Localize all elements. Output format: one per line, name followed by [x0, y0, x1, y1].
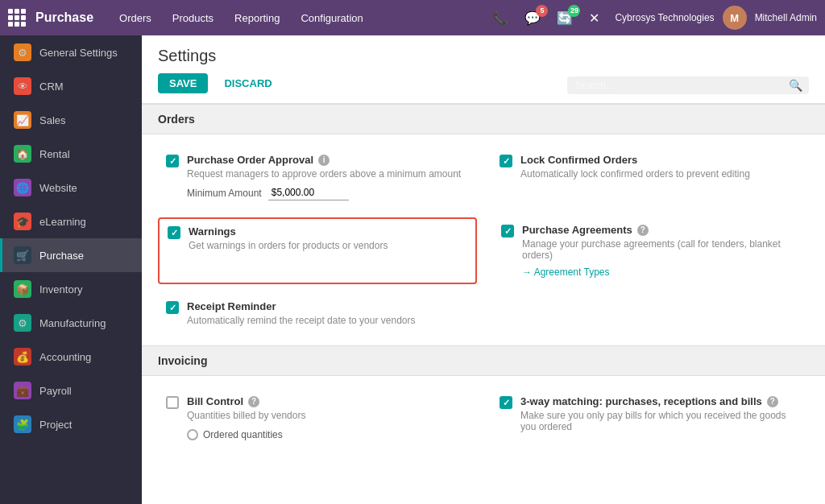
purchase-order-approval-item: Purchase Order Approval i Request manage… [158, 147, 475, 208]
warnings-content: Warnings Get warnings in orders for prod… [189, 225, 467, 251]
app-grid-icon[interactable] [8, 9, 26, 27]
lock-confirmed-orders-checkbox[interactable] [500, 155, 512, 167]
inventory-icon: 📦 [14, 280, 31, 298]
lock-confirmed-orders-desc: Automatically lock confirmed orders to p… [520, 168, 801, 180]
sidebar-item-sales[interactable]: 📈 Sales [0, 103, 142, 137]
sidebar-label-rental: Rental [39, 148, 70, 160]
navbar-reporting[interactable]: Reporting [225, 8, 289, 28]
sidebar-item-purchase[interactable]: 🛒 Purchase [0, 238, 142, 272]
purchase-order-approval-checkbox[interactable] [166, 155, 179, 167]
orders-row-1: Purchase Order Approval i Request manage… [158, 143, 809, 213]
lock-confirmed-orders-content: Lock Confirmed Orders Automatically lock… [520, 154, 801, 180]
company-name: Cybrosys Technologies [615, 12, 714, 23]
ordered-quantities-radio-btn[interactable] [187, 429, 198, 440]
phone-icon[interactable]: 📞 [488, 8, 512, 28]
sidebar-item-website[interactable]: 🌐 Website [0, 171, 142, 204]
sidebar-item-elearning[interactable]: 🎓 eLearning [0, 204, 142, 238]
manufacturing-icon: ⚙ [14, 314, 31, 332]
search-icon: 🔍 [789, 79, 802, 92]
sidebar-item-project[interactable]: 🧩 Project [0, 407, 142, 441]
page-header: Settings SAVE DISCARD 🔍 [142, 35, 825, 104]
purchase-agreements-help-icon: ? [637, 225, 649, 236]
settings-body: Orders Purchase Order Approval i Request… [142, 104, 825, 463]
receipt-reminder-title: Receipt Reminder [187, 300, 467, 312]
chat-icon[interactable]: 💬 5 [520, 8, 545, 28]
sidebar-label-website: Website [39, 182, 77, 194]
sidebar: ⚙ General Settings 👁 CRM 📈 Sales 🏠 Renta… [0, 35, 142, 504]
website-icon: 🌐 [14, 179, 31, 196]
lock-confirmed-orders-title: Lock Confirmed Orders [520, 154, 801, 166]
sidebar-label-accounting: Accounting [39, 351, 91, 363]
sidebar-item-crm[interactable]: 👁 CRM [0, 69, 142, 103]
warnings-item: Warnings Get warnings in orders for prod… [158, 217, 477, 284]
close-icon[interactable]: ✕ [585, 8, 603, 28]
avatar[interactable]: M [723, 6, 747, 30]
navbar-orders[interactable]: Orders [110, 8, 161, 28]
navbar-products[interactable]: Products [163, 8, 223, 28]
layout: ⚙ General Settings 👁 CRM 📈 Sales 🏠 Renta… [0, 35, 825, 504]
bill-control-checkbox[interactable] [166, 396, 179, 409]
minimum-amount-label: Minimum Amount [187, 184, 268, 201]
purchase-agreements-item: Purchase Agreements ? Manage your purcha… [493, 217, 809, 284]
ordered-quantities-label: Ordered quantities [203, 429, 283, 440]
sidebar-label-crm: CRM [39, 81, 64, 93]
sales-icon: 📈 [14, 111, 31, 129]
purchase-order-approval-desc: Request managers to approve orders above… [187, 168, 467, 180]
orders-row-2: Warnings Get warnings in orders for prod… [158, 213, 809, 289]
three-way-matching-checkbox[interactable] [500, 396, 512, 409]
main-content: Settings SAVE DISCARD 🔍 Orders [142, 35, 825, 504]
receipt-reminder-item: Receipt Reminder Automatically remind th… [158, 294, 475, 333]
discard-button[interactable]: DISCARD [213, 73, 283, 93]
sidebar-label-payroll: Payroll [39, 385, 72, 397]
receipt-reminder-desc: Automatically remind the receipt date to… [187, 315, 467, 326]
purchase-icon: 🛒 [14, 246, 31, 264]
sidebar-item-manufacturing[interactable]: ⚙ Manufacturing [0, 306, 142, 340]
sidebar-item-accounting[interactable]: 💰 Accounting [0, 340, 142, 374]
page-title: Settings [158, 47, 809, 65]
sidebar-item-rental[interactable]: 🏠 Rental [0, 137, 142, 171]
invoicing-section-body: Bill Control ? Quantities billed by vend… [142, 376, 825, 463]
invoicing-row-1: Bill Control ? Quantities billed by vend… [158, 384, 809, 455]
bill-control-title: Bill Control ? [187, 395, 467, 407]
agreement-types-link[interactable]: Agreement Types [522, 266, 610, 278]
bill-control-desc: Quantities billed by vendors [187, 410, 467, 421]
navbar-brand[interactable]: Purchase [35, 10, 93, 25]
elearning-icon: 🎓 [14, 213, 31, 230]
warnings-title: Warnings [189, 225, 467, 238]
refresh-badge: 29 [568, 5, 580, 17]
orders-section-body: Purchase Order Approval i Request manage… [142, 134, 825, 345]
navbar-menu: Orders Products Reporting Configuration [110, 8, 483, 28]
sidebar-label-sales: Sales [39, 114, 66, 126]
three-way-matching-content: 3-way matching: purchases, receptions an… [520, 395, 801, 432]
purchase-agreements-desc: Manage your purchase agreements (call fo… [522, 238, 801, 261]
bill-control-item: Bill Control ? Quantities billed by vend… [158, 389, 475, 450]
navbar-configuration[interactable]: Configuration [291, 8, 372, 28]
purchase-order-approval-title: Purchase Order Approval i [187, 154, 467, 166]
ordered-quantities-radio[interactable]: Ordered quantities [187, 426, 467, 444]
sidebar-item-inventory[interactable]: 📦 Inventory [0, 272, 142, 306]
minimum-amount-input[interactable] [268, 185, 349, 200]
sidebar-item-payroll[interactable]: 💼 Payroll [0, 374, 142, 407]
bill-control-help-icon: ? [248, 396, 259, 407]
sidebar-label-elearning: eLearning [39, 216, 86, 228]
project-icon: 🧩 [14, 415, 31, 433]
lock-confirmed-orders-item: Lock Confirmed Orders Automatically lock… [491, 147, 809, 208]
refresh-icon[interactable]: 🔄 29 [553, 8, 577, 28]
sidebar-item-general-settings[interactable]: ⚙ General Settings [0, 35, 142, 69]
chat-badge: 5 [536, 5, 548, 17]
crm-icon: 👁 [14, 77, 31, 95]
purchase-order-approval-content: Purchase Order Approval i Request manage… [187, 154, 467, 201]
warnings-checkbox[interactable] [168, 226, 180, 239]
payroll-icon: 💼 [14, 382, 31, 399]
warnings-desc: Get warnings in orders for products or v… [189, 240, 467, 251]
accounting-icon: 💰 [14, 348, 31, 366]
search-input[interactable] [567, 76, 809, 94]
purchase-order-approval-info-icon: i [318, 155, 330, 166]
bill-control-content: Bill Control ? Quantities billed by vend… [187, 395, 467, 444]
orders-section-header: Orders [142, 104, 825, 134]
purchase-agreements-checkbox[interactable] [501, 225, 514, 238]
receipt-reminder-checkbox[interactable] [166, 301, 179, 314]
save-button[interactable]: SAVE [158, 73, 208, 93]
sidebar-label-project: Project [39, 419, 72, 431]
three-way-matching-item: 3-way matching: purchases, receptions an… [491, 389, 809, 450]
